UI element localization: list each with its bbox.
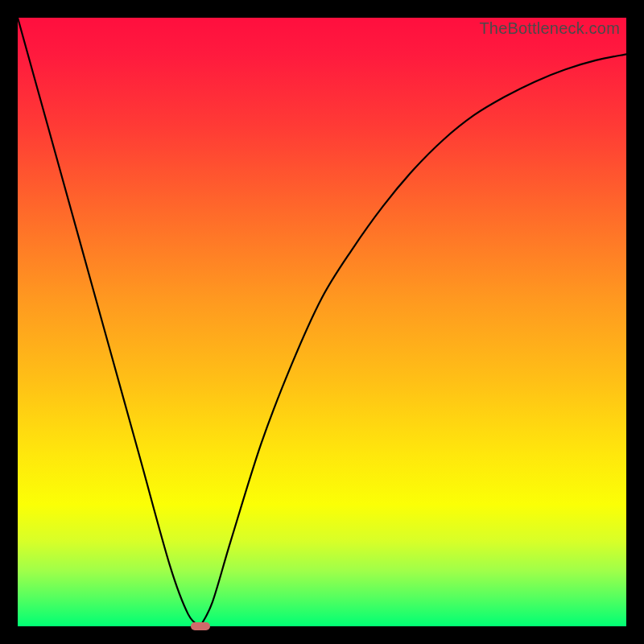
chart-frame: TheBottleneck.com <box>18 18 626 626</box>
optimal-point-marker <box>191 622 210 630</box>
bottleneck-curve <box>18 18 626 626</box>
watermark-text: TheBottleneck.com <box>479 19 620 38</box>
